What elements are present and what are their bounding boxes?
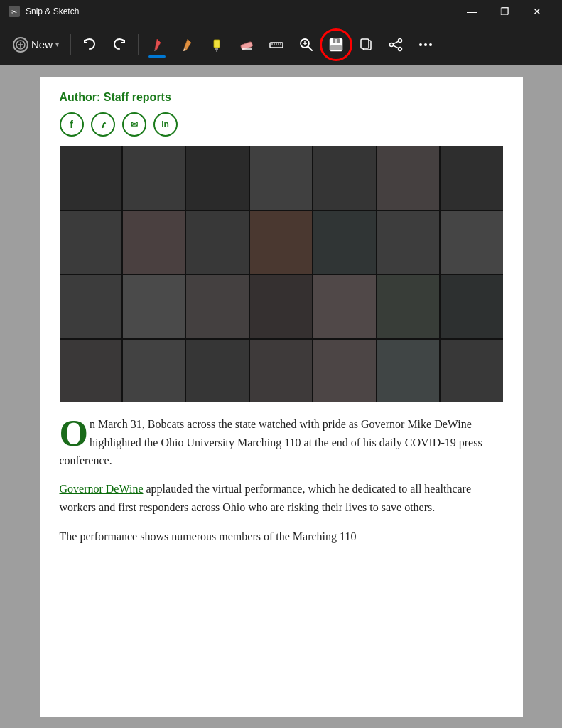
svg-rect-29 [361,39,369,48]
photo-cell [313,211,375,274]
photo-cell [250,275,312,338]
svg-line-33 [393,41,399,44]
facebook-icon[interactable]: f [60,112,84,136]
drop-cap: O [60,418,88,449]
close-button[interactable]: ✕ [521,0,553,23]
photo-cell [123,211,185,274]
photo-cell [313,275,375,338]
article-panel: Author: Staff reports f 𝒕 ✉ in [40,77,523,717]
photo-cell [377,340,439,403]
new-label: New [31,38,53,50]
photo-cell [60,146,121,210]
app-title: Snip & Sketch [26,6,455,16]
save-button[interactable] [322,29,350,60]
svg-marker-6 [184,39,191,50]
redo-icon [109,35,129,55]
svg-point-37 [429,43,432,46]
svg-rect-26 [330,46,342,50]
photo-cell [377,275,439,338]
svg-rect-10 [215,48,218,50]
photo-cell [123,275,185,338]
article-body: O n March 31, Bobcats across the state w… [60,415,503,546]
photo-cell [441,275,502,338]
highlighter-icon [207,35,227,55]
svg-line-34 [393,46,399,48]
redo-button[interactable] [105,29,134,60]
photo-cell [60,275,121,338]
photo-cell [313,146,375,210]
minimize-button[interactable]: — [455,0,488,23]
svg-rect-27 [335,39,337,43]
svg-marker-3 [155,39,161,50]
restore-button[interactable]: ❐ [488,0,521,23]
photo-cell [441,211,502,274]
more-options-button[interactable] [411,29,440,60]
photo-cell [123,146,185,210]
svg-point-36 [424,43,427,46]
first-paragraph: O n March 31, Bobcats across the state w… [60,415,503,470]
zoom-icon [296,35,316,55]
photo-cell [441,340,502,403]
email-icon[interactable]: ✉ [122,112,146,136]
highlighter-button[interactable] [202,29,231,60]
photo-cell [60,340,121,403]
photo-cell [250,340,312,403]
governor-dewine-link[interactable]: Governor DeWine [60,483,144,495]
more-options-icon [416,35,436,55]
svg-point-31 [399,47,402,50]
app-window: ✂ Snip & Sketch — ❐ ✕ New ▾ [0,0,562,728]
eraser-button[interactable] [232,29,261,60]
zoom-button[interactable] [292,29,320,60]
new-icon [13,37,28,53]
photo-cell [250,146,312,210]
third-paragraph: The performance shows numerous members o… [60,528,503,546]
photo-cell [186,275,248,338]
app-icon: ✂ [9,6,20,17]
svg-rect-9 [214,40,220,48]
ruler-button[interactable] [262,29,291,60]
window-controls: — ❐ ✕ [455,0,553,23]
svg-line-21 [308,46,313,50]
svg-point-35 [419,43,422,46]
toolbar-separator-2 [138,34,139,55]
svg-point-32 [390,43,394,46]
photo-cell [186,146,248,210]
photo-cell [186,211,248,274]
new-dropdown-arrow[interactable]: ▾ [55,41,59,48]
linkedin-icon[interactable]: in [153,112,178,136]
photo-cell [123,340,185,403]
toolbar-separator-1 [70,34,71,55]
content-area: Author: Staff reports f 𝒕 ✉ in [0,65,562,728]
copy-icon [356,35,376,55]
photo-cell [250,211,312,274]
save-icon [326,35,346,55]
photo-cell [60,211,121,274]
social-row: f 𝒕 ✉ in [60,112,503,136]
photo-grid [60,146,503,402]
share-icon [386,35,406,55]
ballpoint-pen-button[interactable] [143,29,171,60]
eraser-icon [237,35,256,55]
twitter-icon[interactable]: 𝒕 [91,112,115,136]
undo-button[interactable] [75,29,104,60]
undo-icon [80,35,99,55]
author-line: Author: Staff reports [60,91,503,104]
photo-cell [377,211,439,274]
save-button-wrapper [322,29,350,60]
photo-cell [441,146,502,210]
new-button[interactable]: New ▾ [6,29,66,60]
pencil-icon [177,35,197,55]
photo-cell [313,340,375,403]
photo-cell [377,146,439,210]
ballpoint-pen-icon [147,35,167,55]
toolbar: New ▾ [0,23,562,65]
pencil-button[interactable] [173,29,201,60]
copy-button[interactable] [352,29,380,60]
first-paragraph-text: n March 31, Bobcats across the state wat… [60,418,482,466]
photo-cell [186,340,248,403]
second-paragraph: Governor DeWine applauded the virtual pe… [60,480,503,518]
title-bar: ✂ Snip & Sketch — ❐ ✕ [0,0,562,23]
svg-rect-2 [18,44,23,46]
svg-point-30 [399,38,402,42]
share-button[interactable] [382,29,410,60]
